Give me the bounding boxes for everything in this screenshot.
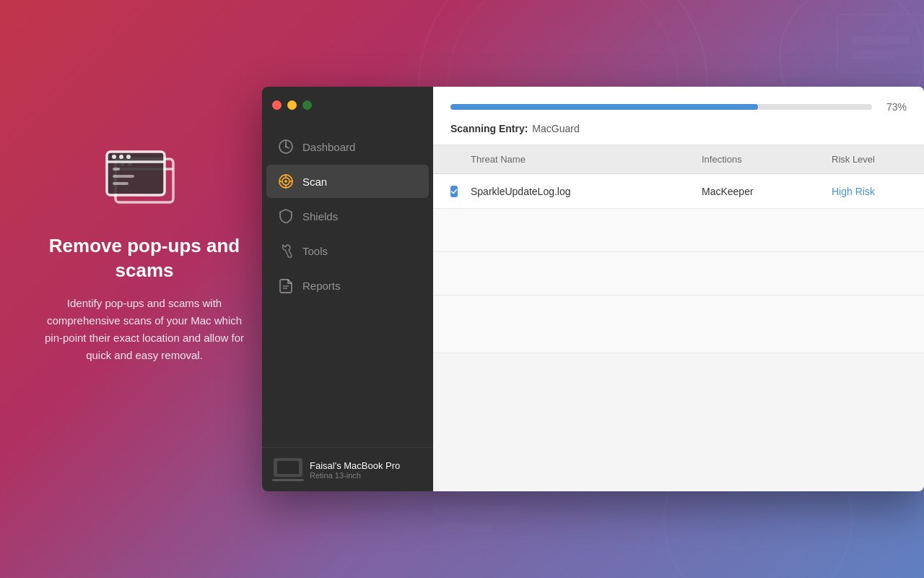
close-button[interactable] xyxy=(272,100,282,110)
progress-fill xyxy=(450,104,758,110)
table-row-empty-1 xyxy=(433,209,924,252)
sidebar-item-shields[interactable]: Shields xyxy=(266,199,429,233)
device-model: Retina 13-inch xyxy=(310,471,400,480)
scan-label: Scan xyxy=(302,176,327,188)
svg-rect-7 xyxy=(433,506,520,517)
mac-icon xyxy=(274,458,302,481)
main-content: 73% Scanning Entry: MacGuard Threat Name… xyxy=(433,87,924,491)
infections-cell: MacKeeper xyxy=(693,177,823,206)
col-threat-name: Threat Name xyxy=(462,151,693,168)
browser-window-icon xyxy=(43,144,245,220)
threat-name-cell: SparkleUpdateLog.log xyxy=(462,177,693,206)
dashboard-icon xyxy=(278,139,294,155)
sidebar-item-dashboard[interactable]: Dashboard xyxy=(266,130,429,163)
row-checkbox-cell[interactable] xyxy=(433,177,462,206)
left-title: Remove pop-ups and scams xyxy=(43,234,245,283)
col-checkbox xyxy=(433,151,462,168)
dashboard-label: Dashboard xyxy=(302,141,355,153)
progress-percent: 73% xyxy=(881,101,907,113)
svg-rect-18 xyxy=(113,168,120,171)
col-risk-level: Risk Level xyxy=(823,151,924,168)
sidebar-footer: Faisal's MacBook Pro Retina 13-inch xyxy=(262,447,433,491)
svg-rect-5 xyxy=(852,36,910,45)
scan-header: 73% Scanning Entry: MacGuard xyxy=(433,87,924,145)
titlebar xyxy=(262,87,433,123)
progress-row: 73% xyxy=(450,101,907,113)
sidebar-nav: Dashboard Scan xyxy=(262,123,433,447)
app-window: Dashboard Scan xyxy=(262,87,924,491)
reports-icon xyxy=(278,277,294,293)
device-name: Faisal's MacBook Pro xyxy=(310,460,400,471)
scan-icon xyxy=(278,173,294,189)
svg-point-16 xyxy=(119,155,123,159)
sidebar-item-reports[interactable]: Reports xyxy=(266,269,429,302)
device-info: Faisal's MacBook Pro Retina 13-inch xyxy=(310,460,400,480)
progress-track xyxy=(450,104,872,110)
svg-rect-8 xyxy=(433,523,491,532)
minimize-button[interactable] xyxy=(287,100,297,110)
table-row-empty-3 xyxy=(433,296,924,353)
left-panel: Remove pop-ups and scams Identify pop-up… xyxy=(43,144,245,364)
scanning-value: MacGuard xyxy=(532,123,579,134)
svg-rect-20 xyxy=(113,182,128,185)
sidebar-item-scan[interactable]: Scan xyxy=(266,165,429,198)
col-infections: Infections xyxy=(693,151,823,168)
row-checkbox[interactable] xyxy=(450,186,458,197)
tools-icon xyxy=(278,243,294,259)
svg-point-15 xyxy=(112,155,116,159)
shields-label: Shields xyxy=(302,210,338,223)
svg-rect-19 xyxy=(113,175,134,178)
svg-rect-6 xyxy=(852,51,895,59)
table-row-empty-2 xyxy=(433,252,924,296)
table-header: Threat Name Infections Risk Level xyxy=(433,145,924,174)
reports-label: Reports xyxy=(302,280,341,292)
scanning-label: Scanning Entry: xyxy=(450,123,528,134)
left-description: Identify pop-ups and scams with comprehe… xyxy=(43,295,245,364)
sidebar-item-tools[interactable]: Tools xyxy=(266,234,429,267)
maximize-button[interactable] xyxy=(302,100,312,110)
tools-label: Tools xyxy=(302,245,328,257)
risk-level-cell: High Risk xyxy=(823,177,924,206)
svg-point-17 xyxy=(126,155,131,159)
threat-table: Threat Name Infections Risk Level Sparkl… xyxy=(433,145,924,491)
scanning-entry: Scanning Entry: MacGuard xyxy=(450,123,907,144)
sidebar: Dashboard Scan xyxy=(262,87,433,491)
svg-point-24 xyxy=(285,181,287,183)
shield-icon xyxy=(278,208,294,224)
table-row: SparkleUpdateLog.log MacKeeper High Risk xyxy=(433,174,924,209)
